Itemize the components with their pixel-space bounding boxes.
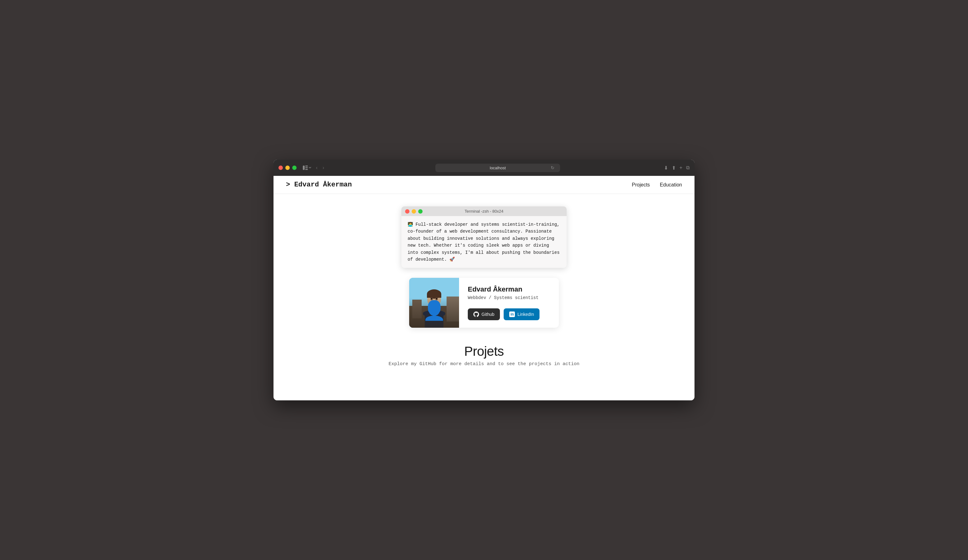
projects-title: Projets [389, 344, 579, 359]
minimize-button[interactable] [285, 166, 290, 170]
download-icon[interactable]: ⬇ [664, 165, 668, 171]
browser-controls: ‹ › [302, 164, 326, 172]
svg-rect-7 [447, 297, 459, 321]
projects-section: Projets Explore my GitHub for more detai… [389, 338, 579, 370]
site-nav: > Edvard Åkerman Projects Education [273, 176, 695, 194]
terminal-title: Terminal -zsh - 80x24 [465, 209, 503, 214]
svg-rect-1 [305, 166, 308, 167]
main-content: Terminal -zsh - 80x24 🧑‍💻 Full-stack dev… [273, 194, 695, 382]
back-button[interactable]: ‹ [314, 164, 319, 172]
terminal-body: 🧑‍💻 Full-stack developer and systems sci… [401, 216, 567, 268]
svg-rect-0 [303, 166, 305, 170]
linkedin-label: LinkedIn [517, 312, 534, 317]
share-icon[interactable]: ⬆ [672, 165, 676, 171]
reload-button[interactable]: ↻ [551, 165, 554, 170]
profile-card: Edvard Åkerman Webbdev / Systems scienti… [409, 278, 559, 328]
profile-info: Edvard Åkerman Webbdev / Systems scienti… [459, 278, 548, 328]
browser-actions: ⬇ ⬆ + ⧉ [664, 165, 690, 171]
svg-rect-2 [305, 167, 308, 168]
svg-point-14 [436, 298, 438, 300]
svg-point-13 [431, 298, 433, 300]
browser-window: ‹ › localhost ↻ ⬇ ⬆ + ⧉ > Edvard Åkerman… [273, 160, 695, 400]
svg-rect-5 [409, 306, 459, 328]
svg-rect-10 [427, 294, 441, 298]
address-bar: localhost ↻ [330, 164, 660, 172]
new-tab-icon[interactable]: + [680, 165, 682, 171]
close-button[interactable] [278, 166, 283, 170]
site-logo[interactable]: > Edvard Åkerman [286, 181, 352, 189]
terminal-traffic-lights [405, 209, 423, 214]
profile-image [409, 278, 459, 328]
forward-button[interactable]: › [321, 164, 326, 172]
terminal-titlebar: Terminal -zsh - 80x24 [401, 206, 567, 216]
terminal-minimize[interactable] [412, 209, 416, 214]
nav-link-projects[interactable]: Projects [632, 182, 650, 188]
traffic-lights [278, 166, 297, 170]
projects-subtitle: Explore my GitHub for more details and t… [389, 361, 579, 367]
github-label: Github [482, 312, 494, 317]
url-input[interactable]: localhost [435, 164, 560, 172]
logo-text: > Edvard Åkerman [286, 181, 352, 189]
terminal-window: Terminal -zsh - 80x24 🧑‍💻 Full-stack dev… [401, 206, 567, 268]
browser-chrome: ‹ › localhost ↻ ⬇ ⬆ + ⧉ [273, 160, 695, 176]
terminal-text: 🧑‍💻 Full-stack developer and systems sci… [408, 222, 559, 262]
nav-links: Projects Education [632, 182, 682, 188]
github-button[interactable]: Github [468, 308, 500, 320]
sidebar-toggle-button[interactable] [302, 164, 313, 171]
maximize-button[interactable] [292, 166, 297, 170]
linkedin-icon: in [509, 311, 515, 317]
svg-point-11 [430, 298, 433, 301]
profile-title: Webbdev / Systems scientist [468, 295, 540, 300]
page-content: > Edvard Åkerman Projects Education Term… [273, 176, 695, 400]
profile-buttons: Github in LinkedIn [468, 308, 540, 320]
svg-rect-6 [412, 300, 422, 318]
terminal-close[interactable] [405, 209, 409, 214]
svg-rect-3 [305, 169, 308, 170]
terminal-maximize[interactable] [418, 209, 423, 214]
svg-point-12 [435, 298, 438, 301]
github-icon [473, 311, 479, 317]
profile-name: Edvard Åkerman [468, 285, 540, 293]
nav-link-education[interactable]: Education [660, 182, 682, 188]
tabs-icon[interactable]: ⧉ [686, 165, 690, 171]
svg-rect-4 [409, 278, 459, 328]
linkedin-button[interactable]: in LinkedIn [504, 308, 540, 320]
